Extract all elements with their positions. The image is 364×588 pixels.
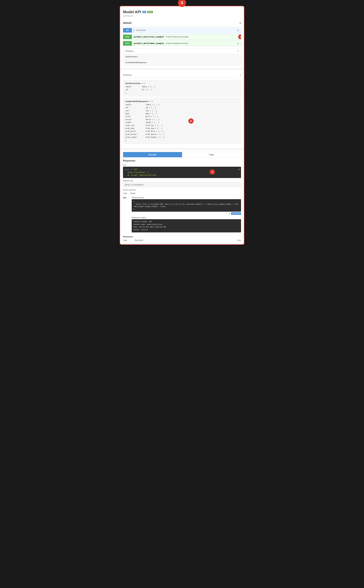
curl-copy-icon[interactable]: ⧉ — [238, 168, 240, 171]
get-method-badge: GET — [123, 28, 132, 33]
default-label: default — [123, 21, 131, 25]
section-b: Schemas ∧ DataPointItem ∨ { table* Table… — [120, 70, 244, 150]
examplemodelresponse-fields-left: table* id* cat* dog* bird* horse* snake*… — [125, 103, 140, 139]
openapi-link[interactable]: /openapi.json — [123, 15, 241, 17]
post-multiclass-desc: Predict Multiclass Example — [165, 34, 236, 39]
download-icon: ⬇ — [229, 213, 230, 215]
response-headers-label: Response headers — [132, 217, 241, 219]
datapointitem-schema-box: DataPointItem ∨ { table* Table > [...] i… — [123, 80, 241, 96]
schemas-chevron-icon-b: ∧ — [240, 74, 241, 76]
footer-links-header: Links — [229, 239, 241, 241]
post-multiclass-endpoint-row[interactable]: POST /predict_multiclass_example Predict… — [123, 34, 241, 39]
schemas-section-a: Schemas ∧ DataPointItem › ExampleModelRe… — [123, 48, 241, 65]
curl-box: curl -X 'GET' 'http://localhost/' \ -H '… — [123, 167, 241, 178]
post-method-badge-1: POST — [123, 35, 132, 39]
schemas-header-b[interactable]: Schemas ∧ — [123, 72, 241, 78]
api-title: Model API — [123, 10, 141, 14]
post-multilabel-path: /predict_multilabel_example — [132, 41, 165, 46]
details-header: Details — [130, 192, 136, 194]
main-container: Model API 0.1 OAS3 /openapi.json default… — [120, 6, 244, 245]
api-title-row: Model API 0.1 OAS3 — [123, 10, 241, 14]
post-method-badge-2: POST — [123, 41, 132, 46]
get-endpoint-desc: Read Root — [136, 28, 236, 33]
execute-button[interactable]: Execute — [123, 152, 182, 157]
schema-item-datapointitem[interactable]: DataPointItem › — [123, 54, 241, 59]
outer-wrapper: 5 Model API 0.1 OAS3 /openapi.json defau… — [120, 3, 244, 245]
schema-examplemodelresponse-arrow-icon: › — [147, 62, 148, 63]
response-row-200: 200 Response body { "Hello! This is the … — [123, 196, 241, 233]
responses-table-section: Responses Code Description Links — [120, 235, 244, 244]
schemas-label-a: Schemas — [125, 50, 134, 52]
server-response-section: Server response Code Details 200 Respons… — [120, 188, 244, 235]
response-headers-box: content-length: 144 content-type: applic… — [132, 219, 241, 232]
examplemodelresponse-schema-box: ExampleModelResponse ∨ { table* id* cat*… — [123, 98, 241, 144]
download-button[interactable]: Download — [231, 212, 241, 215]
code-header: Code — [123, 192, 127, 194]
responses-footer-title: Responses — [123, 235, 241, 238]
response-body-box: { "Hello! This is the Model API. Here is… — [132, 199, 241, 212]
footer-code-header: Code — [123, 239, 135, 241]
request-url-section: Request URL http://localhost/ — [120, 179, 244, 188]
schema-examplemodelresponse-name: ExampleModelResponse — [125, 61, 146, 64]
default-chevron-icon: ∧ — [239, 22, 241, 24]
response-details-200: Response body { "Hello! This is the Mode… — [132, 196, 241, 232]
server-response-label: Server response — [123, 189, 241, 191]
version-badge: 0.1 — [142, 11, 146, 13]
download-bar: ⬇ Download — [132, 212, 241, 216]
section-c: Execute Clear Responses Curl curl -X 'GE… — [120, 152, 244, 244]
request-url-label: Request URL — [123, 180, 241, 182]
examplemodelresponse-title: ExampleModelResponse ∨ { — [125, 100, 239, 102]
footer-desc-header: Description — [135, 239, 229, 241]
default-section-header[interactable]: default ∧ — [123, 20, 241, 26]
schema-datapointitem-name: DataPointItem — [125, 56, 137, 58]
examplemodelresponse-close-brace: } — [125, 140, 239, 142]
response-body-label: Response body — [132, 196, 241, 199]
schemas-label-b: Schemas — [123, 74, 131, 76]
curl-section: Curl curl -X 'GET' 'http://localhost/' \… — [120, 163, 244, 179]
schema-item-examplemodelresponse[interactable]: ExampleModelResponse › — [123, 59, 241, 65]
responses-table-header: Code Description Links — [123, 239, 241, 242]
request-url-box: http://localhost/ — [123, 182, 241, 187]
get-endpoint-path: / — [132, 28, 136, 33]
schema-datapointitem-arrow-icon: › — [138, 56, 139, 58]
post-multilabel-chevron-icon: ∨ — [236, 41, 241, 46]
curl-label: Curl — [123, 164, 241, 166]
examplemodelresponse-fields-right: Table > [...] Id > [...] Cat > [...] Dog… — [146, 103, 165, 139]
datapointitem-close-brace: } — [125, 92, 239, 94]
responses-title: Responses — [120, 157, 244, 163]
datapointitem-field-table: table* Table > [...] — [125, 85, 239, 88]
post-multilabel-desc: Predict Multilabel Example — [165, 41, 236, 46]
response-code-200: 200 — [123, 196, 129, 199]
clear-button[interactable]: Clear — [182, 152, 241, 157]
datapointitem-field-id: id* Id > [...] — [125, 88, 239, 91]
post-multilabel-endpoint-row[interactable]: POST /predict_multilabel_example Predict… — [123, 41, 241, 46]
execute-clear-bar: Execute Clear — [123, 152, 241, 157]
response-table-header: Code Details — [123, 192, 241, 195]
post-multiclass-path: /predict_multiclass_example — [132, 34, 165, 39]
get-endpoint-row[interactable]: GET / Read Root ∨ — [123, 27, 241, 33]
get-endpoint-chevron-icon: ∨ — [236, 28, 241, 33]
annotation-b: b — [188, 118, 194, 124]
datapointitem-title: DataPointItem ∨ { — [125, 82, 239, 85]
schemas-chevron-icon-a: ∧ — [237, 50, 239, 52]
schemas-header-a[interactable]: Schemas ∧ — [123, 48, 241, 54]
section-a: Model API 0.1 OAS3 /openapi.json default… — [120, 6, 244, 70]
oas3-badge: OAS3 — [147, 11, 153, 13]
